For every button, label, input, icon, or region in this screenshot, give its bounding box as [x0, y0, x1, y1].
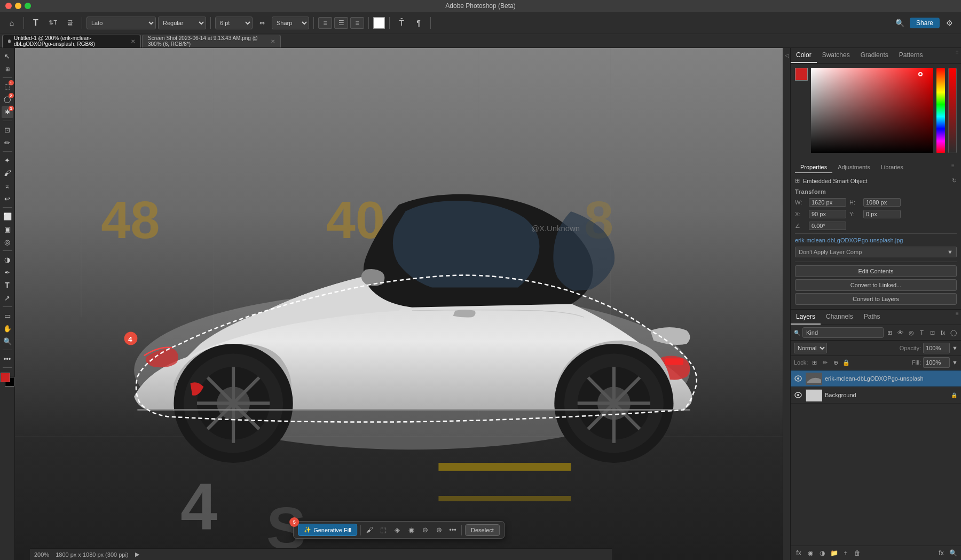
- shape-tool[interactable]: ▭: [2, 310, 13, 321]
- crop-tool[interactable]: ⊡: [2, 124, 13, 136]
- history-brush-tool[interactable]: ↩: [2, 193, 13, 204]
- layer-visibility-1[interactable]: [794, 374, 802, 383]
- height-value[interactable]: 1080 px: [863, 198, 901, 207]
- tab1-close[interactable]: ✕: [131, 38, 135, 44]
- clone-stamp-tool[interactable]: ⌅: [2, 180, 13, 192]
- lock-all-icon[interactable]: 🔒: [842, 358, 850, 367]
- traffic-lights[interactable]: [5, 3, 31, 9]
- gradients-tab[interactable]: Gradients: [855, 48, 894, 63]
- pen-tool[interactable]: ✒: [2, 266, 13, 278]
- tab2-close[interactable]: ✕: [271, 38, 275, 44]
- add-layer-button[interactable]: +: [841, 548, 850, 558]
- generative-fill-button[interactable]: ✨ Generative Fill: [298, 524, 357, 536]
- props-panel-collapse[interactable]: ≡: [949, 162, 957, 169]
- eyedropper-tool[interactable]: ✏: [2, 137, 13, 148]
- ft-intersect-icon[interactable]: ⊕: [434, 525, 444, 535]
- tab-untitled1[interactable]: Untitled-1 @ 200% (erik-mclean-dbLgODXOP…: [2, 35, 141, 48]
- ft-feather-icon[interactable]: ◈: [392, 525, 403, 535]
- add-group-button[interactable]: 📁: [829, 548, 839, 558]
- minimize-button[interactable]: [15, 3, 21, 9]
- settings-button[interactable]: ⚙: [942, 15, 957, 30]
- zoom-tool[interactable]: 🔍: [2, 335, 13, 347]
- warped-text-button[interactable]: T̃: [394, 15, 409, 30]
- hue-strip[interactable]: [936, 68, 945, 153]
- path-select-tool[interactable]: ↗: [2, 292, 13, 304]
- font-family-select[interactable]: Lato: [86, 17, 156, 29]
- character-panel-button[interactable]: ¶: [411, 15, 426, 30]
- align-center-button[interactable]: ☰: [334, 17, 348, 29]
- move-tool[interactable]: ↖: [2, 50, 13, 62]
- width-value[interactable]: 1620 px: [809, 198, 846, 207]
- ft-subtract-icon[interactable]: ⊖: [420, 525, 430, 535]
- align-left-button[interactable]: ≡: [318, 17, 332, 29]
- layers-effect-filter[interactable]: fx: [939, 328, 947, 337]
- ft-more-icon[interactable]: •••: [447, 525, 458, 535]
- add-mask-button[interactable]: ◉: [806, 548, 815, 558]
- fill-input[interactable]: [923, 357, 950, 368]
- brush-tool[interactable]: 🖌: [2, 167, 13, 179]
- y-value[interactable]: 0 px: [863, 210, 901, 218]
- more-tools[interactable]: •••: [2, 353, 13, 365]
- convert-layers-button[interactable]: Convert to Layers: [795, 293, 957, 305]
- collapse-panels-button[interactable]: ◁: [785, 52, 789, 58]
- layer-visibility-2[interactable]: [794, 391, 802, 399]
- layers-adjust-filter[interactable]: ◎: [907, 328, 916, 337]
- glyphs-button[interactable]: 글: [62, 15, 77, 30]
- refresh-transform-button[interactable]: ↻: [952, 177, 957, 184]
- x-value[interactable]: 90 px: [809, 210, 846, 218]
- ft-transform-icon[interactable]: ⬚: [378, 525, 389, 535]
- canvas-area[interactable]: 48 40 8 4 S: [15, 48, 783, 560]
- layer-item-car[interactable]: erik-mclean-dbLgODXOPgo-unsplash: [791, 370, 961, 387]
- blur-tool[interactable]: ◎: [2, 236, 13, 248]
- lock-move-icon[interactable]: ⊕: [831, 358, 840, 367]
- properties-tab[interactable]: Properties: [795, 162, 832, 173]
- layers-search-input[interactable]: [802, 327, 884, 338]
- delete-layer-button[interactable]: 🗑: [853, 548, 862, 558]
- layers-visibility-filter[interactable]: 👁: [896, 328, 905, 337]
- layers-filter-icons[interactable]: ⊞: [886, 328, 894, 337]
- color-swatches-area[interactable]: [1, 373, 14, 387]
- artboard-tool[interactable]: ⊞: [2, 63, 13, 75]
- tab-screenshot[interactable]: Screen Shot 2023-06-14 at 9.13.43 AM.png…: [142, 35, 281, 48]
- ft-brush-icon[interactable]: 🖌: [364, 525, 375, 535]
- angle-value[interactable]: 0.00°: [809, 222, 846, 230]
- add-adjustment-button[interactable]: ◑: [817, 548, 827, 558]
- libraries-tab[interactable]: Libraries: [876, 162, 909, 173]
- active-color-swatch[interactable]: [795, 68, 808, 81]
- layers-type-filter[interactable]: T: [918, 328, 926, 337]
- opacity-chevron[interactable]: ▼: [952, 345, 958, 351]
- type-tool-button[interactable]: T: [28, 15, 43, 30]
- magic-wand-tool[interactable]: ✱ 3: [2, 106, 13, 118]
- layer-item-background[interactable]: Background 🔒: [791, 387, 961, 404]
- opacity-input[interactable]: [923, 343, 950, 353]
- layers-tab-paths[interactable]: Paths: [858, 310, 886, 325]
- blend-mode-select[interactable]: Normal: [794, 343, 827, 353]
- filename-link[interactable]: erik-mclean-dbLgODXOPgo-unsplash.jpg: [795, 237, 903, 243]
- marquee-tool[interactable]: ⬚ 1: [2, 81, 13, 92]
- status-arrow[interactable]: ▶: [135, 551, 139, 558]
- eraser-tool[interactable]: ⬜: [2, 210, 13, 222]
- lasso-tool[interactable]: ◯ 2: [2, 93, 13, 105]
- search-button[interactable]: 🔍: [893, 15, 908, 30]
- adjustments-tab[interactable]: Adjustments: [832, 162, 876, 173]
- layers-tab-channels[interactable]: Channels: [821, 310, 858, 325]
- layers-tab-layers[interactable]: Layers: [791, 310, 821, 325]
- patterns-tab[interactable]: Patterns: [894, 48, 928, 63]
- filter-toggle[interactable]: ◯: [949, 328, 958, 337]
- maximize-button[interactable]: [25, 3, 31, 9]
- close-button[interactable]: [5, 3, 12, 9]
- text-orientation-button[interactable]: ⇅T: [45, 15, 60, 30]
- foreground-color[interactable]: [1, 373, 10, 382]
- layers-smart-filter[interactable]: ⊡: [928, 328, 936, 337]
- text-color-swatch[interactable]: [373, 17, 385, 29]
- opacity-strip[interactable]: [948, 68, 957, 153]
- anti-alias-select[interactable]: Sharp: [272, 17, 309, 29]
- edit-contents-button[interactable]: Edit Contents: [795, 265, 957, 277]
- swatches-tab[interactable]: Swatches: [817, 48, 855, 63]
- align-right-button[interactable]: ≡: [350, 17, 364, 29]
- type-tool[interactable]: T: [2, 279, 13, 291]
- layer-comp-dropdown[interactable]: Don't Apply Layer Comp ▼: [795, 247, 957, 257]
- deselect-button[interactable]: Deselect: [465, 524, 500, 536]
- layers-panel-collapse[interactable]: ≡: [954, 310, 961, 317]
- gradient-tool[interactable]: ▣: [2, 223, 13, 235]
